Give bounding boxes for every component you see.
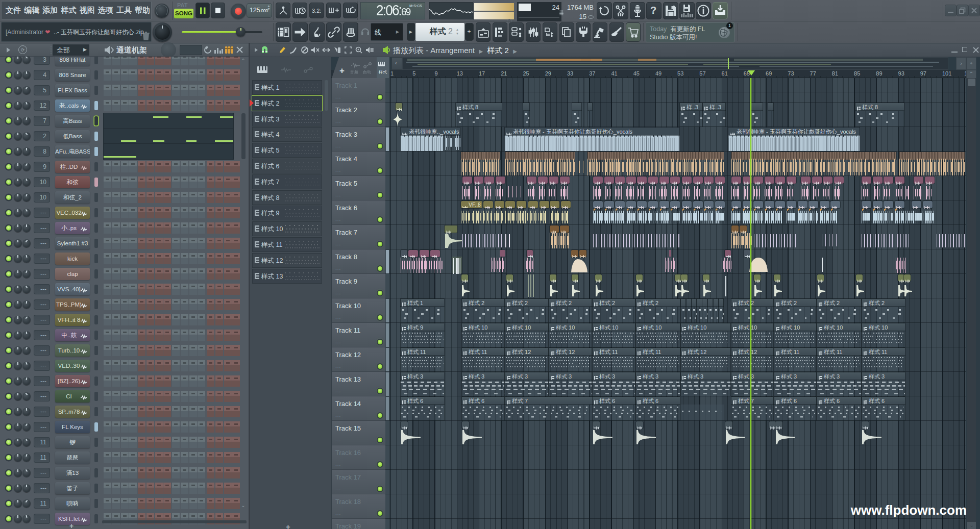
svg-text:3.2:: 3.2: [312, 8, 321, 14]
svg-text:?: ? [650, 5, 656, 16]
